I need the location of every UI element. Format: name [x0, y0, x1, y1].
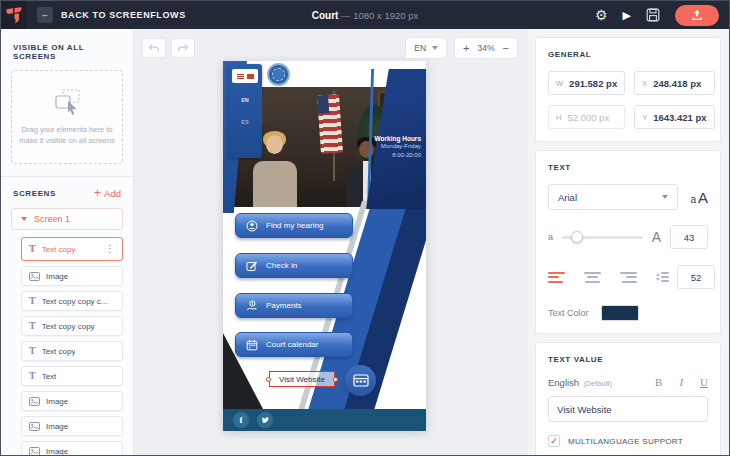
redo-button[interactable]	[171, 38, 195, 58]
text-value-section: TEXT VALUE English (Default) B I U ✓ MUL…	[535, 342, 721, 455]
text-color-label: Text Color	[548, 308, 589, 318]
screen-preview[interactable]: EN ES Working Hours Monday-Friday 8:00-2…	[223, 61, 426, 431]
zoom-level: 34%	[478, 43, 495, 53]
text-layer-icon: T	[29, 371, 36, 381]
align-right-button[interactable]	[620, 272, 637, 283]
text-layer-icon: T	[29, 321, 36, 331]
text-color-swatch[interactable]	[601, 305, 639, 321]
layer-menu-icon[interactable]: ⋮	[105, 244, 115, 254]
font-case-toggle[interactable]: a A	[690, 189, 708, 206]
twitter-icon[interactable]	[257, 412, 273, 428]
align-center-button[interactable]	[584, 272, 601, 283]
multilanguage-checkbox[interactable]: ✓	[548, 435, 560, 447]
width-field[interactable]: W 291.582 px	[548, 71, 625, 95]
chevron-down-icon	[21, 217, 27, 221]
language-flags	[232, 69, 258, 83]
facebook-icon[interactable]: f	[233, 412, 249, 428]
visible-elements-dropzone[interactable]: Drag your elements here to make it visib…	[11, 70, 123, 164]
text-section: TEXT Arial a A a A 43	[535, 150, 721, 334]
us-flag	[317, 94, 343, 153]
undo-icon	[148, 43, 160, 53]
default-suffix: (Default)	[583, 379, 612, 388]
layers-sidebar: VISIBLE ON ALL SCREENS Drag your element…	[1, 29, 134, 455]
back-label[interactable]: BACK TO SCREENFLOWS	[61, 10, 186, 20]
layer-item-image[interactable]: Image	[21, 266, 123, 286]
font-size-min-label: a	[548, 232, 553, 242]
text-layer-icon: T	[29, 244, 36, 254]
selected-text-element[interactable]: Visit Website	[269, 371, 335, 387]
topbar-actions: ⚙ ▶	[595, 5, 719, 26]
font-size-input[interactable]: 43	[670, 225, 708, 249]
dropzone-caption: Drag your elements here to make it visib…	[19, 125, 116, 146]
slider-thumb[interactable]	[571, 231, 583, 243]
image-layer-icon	[29, 447, 40, 456]
underline-button[interactable]: U	[700, 376, 708, 388]
canvas-language-dropdown[interactable]: EN	[405, 37, 447, 59]
layer-item-text[interactable]: T Text copy copy c...	[21, 291, 123, 311]
back-button[interactable]: ←	[37, 7, 53, 23]
pencil-square-icon	[246, 260, 258, 272]
zoom-in-button[interactable]: +	[455, 42, 477, 54]
multilanguage-label: MULTILANGUAGE SUPPORT	[568, 437, 683, 446]
chevron-down-icon	[662, 195, 668, 199]
topbar: ← BACK TO SCREENFLOWS Court — 1080 x 192…	[1, 1, 729, 29]
general-header: GENERAL	[548, 50, 708, 59]
preview-play-icon[interactable]: ▶	[623, 10, 631, 21]
language-selector-panel[interactable]: EN ES	[228, 64, 262, 158]
payments-button[interactable]: Payments	[235, 293, 353, 318]
selection-handle-left[interactable]	[266, 377, 271, 382]
line-height-input[interactable]: 52	[677, 265, 715, 289]
find-my-hearing-button[interactable]: Find my hearing	[235, 213, 353, 238]
editor-canvas[interactable]: EN + 34% −	[134, 29, 526, 455]
font-size-slider[interactable]	[562, 236, 643, 239]
selection-handle-right[interactable]	[333, 377, 338, 382]
redo-icon	[177, 43, 189, 53]
font-size-max-label: A	[652, 229, 661, 245]
check-in-button[interactable]: Check in	[235, 253, 353, 278]
checkmark-icon: ✓	[550, 437, 558, 446]
settings-gear-icon[interactable]: ⚙	[595, 8, 608, 22]
y-position-field[interactable]: Y 1643.421 px	[634, 105, 714, 129]
general-section: GENERAL W 291.582 px X 248.418 px H 52.0…	[535, 37, 721, 142]
font-family-select[interactable]: Arial	[548, 184, 678, 210]
layer-item-image[interactable]: Image	[21, 441, 123, 455]
court-calendar-button[interactable]: Court calendar	[235, 332, 353, 357]
layer-item-text[interactable]: T Text copy ⋮	[21, 237, 123, 261]
app-logo-icon	[5, 6, 23, 24]
screen-group-row[interactable]: Screen 1	[11, 208, 123, 230]
image-layer-icon	[29, 272, 40, 281]
visible-on-all-screens-header: VISIBLE ON ALL SCREENS	[13, 43, 121, 61]
layer-item-text[interactable]: T Text copy	[21, 341, 123, 361]
publish-upload-button[interactable]	[675, 5, 719, 26]
undo-button[interactable]	[142, 38, 166, 58]
app-logo[interactable]	[1, 1, 27, 29]
x-position-field[interactable]: X 248.418 px	[634, 71, 714, 95]
zoom-control: + 34% −	[454, 37, 518, 59]
text-header: TEXT	[548, 163, 708, 172]
website-icon[interactable]	[345, 365, 376, 396]
layer-item-text[interactable]: T Text copy copy	[21, 316, 123, 336]
screens-header: SCREENS	[13, 189, 56, 198]
language-option-en[interactable]: EN	[228, 97, 262, 103]
zoom-out-button[interactable]: −	[495, 42, 517, 54]
language-option-es[interactable]: ES	[228, 119, 262, 125]
document-title: Court — 1080 x 1920 px	[312, 10, 418, 21]
align-left-button[interactable]	[548, 272, 565, 283]
layer-item-image[interactable]: Image	[21, 391, 123, 411]
save-floppy-icon[interactable]	[646, 8, 660, 22]
properties-sidebar: GENERAL W 291.582 px X 248.418 px H 52.0…	[526, 29, 729, 455]
court-seal-logo	[267, 63, 290, 86]
image-layer-icon	[29, 422, 40, 431]
add-screen-button[interactable]: + Add	[94, 187, 121, 199]
text-value-header: TEXT VALUE	[548, 355, 708, 364]
chevron-down-icon	[432, 46, 438, 50]
drag-drop-icon	[50, 88, 84, 118]
italic-button[interactable]: I	[679, 376, 683, 388]
layer-item-image[interactable]: Image	[21, 416, 123, 436]
english-text-input[interactable]	[548, 396, 708, 422]
person-icon	[246, 220, 258, 232]
line-height-icon	[656, 272, 669, 282]
payment-icon	[246, 300, 258, 312]
bold-button[interactable]: B	[655, 376, 662, 388]
layer-item-text[interactable]: T Text	[21, 366, 123, 386]
